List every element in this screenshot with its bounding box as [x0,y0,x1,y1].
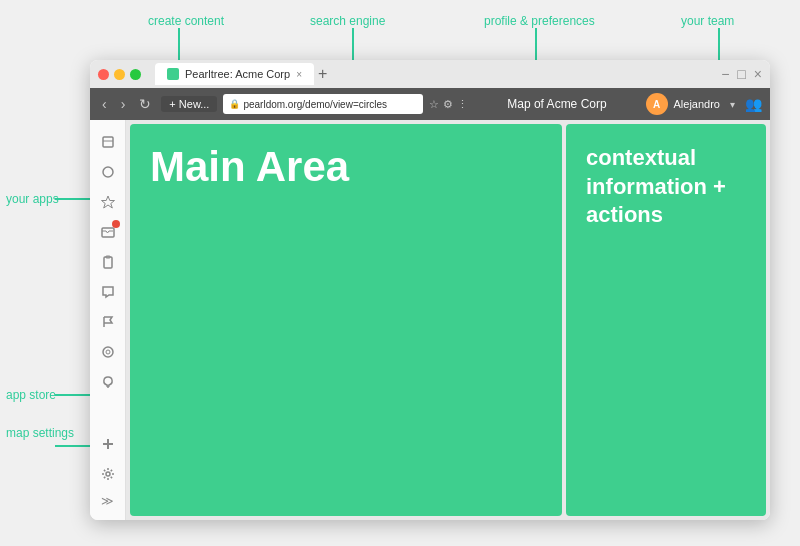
create-content-label: create content [148,14,224,28]
sidebar-collapse-icon[interactable]: ≫ [97,490,118,512]
team-icon[interactable]: 👥 [745,96,762,112]
content-area: Main Area contextual information + actio… [126,120,770,520]
map-settings-arrow-line [55,445,95,447]
sidebar-flag-icon[interactable] [94,308,122,336]
sidebar-chat-icon[interactable] [94,278,122,306]
your-apps-arrow-line [55,198,95,200]
svg-point-12 [106,472,110,476]
new-tab-button[interactable]: + [314,65,331,83]
new-content-button[interactable]: + New... [161,96,217,112]
refresh-button[interactable]: ↻ [135,94,155,114]
close-button[interactable] [98,69,109,80]
browser-tab[interactable]: Pearltree: Acme Corp × [155,63,314,85]
browser-window: Pearltree: Acme Corp × + − □ × ‹ › ↻ + N… [90,60,770,520]
sidebar-target-icon[interactable] [94,338,122,366]
sidebar-inbox-icon[interactable] [94,218,122,246]
main-content: ≫ Main Area contextual information + act… [90,120,770,520]
sidebar: ≫ [90,120,126,520]
page-title: Map of Acme Corp [474,97,639,111]
sidebar-add-icon[interactable] [94,430,122,458]
sidebar-bulb-icon[interactable] [94,368,122,396]
map-settings-label: map settings [6,426,74,440]
tab-close-icon[interactable]: × [296,69,302,80]
profile-preferences-label: profile & preferences [484,14,595,28]
dropdown-arrow-icon[interactable]: ▾ [726,97,739,112]
search-engine-label: search engine [310,14,385,28]
lock-icon: 🔒 [229,99,240,109]
app-store-label: app store [6,388,56,402]
menu-icon[interactable]: ⋮ [457,98,468,111]
sidebar-settings-icon[interactable] [94,460,122,488]
main-panel: Main Area [130,124,562,516]
sidebar-circles-icon[interactable] [94,158,122,186]
forward-button[interactable]: › [117,94,130,114]
back-button[interactable]: ‹ [98,94,111,114]
window-minimize-icon[interactable]: − [721,66,729,82]
sidebar-home-icon[interactable] [94,128,122,156]
svg-point-2 [103,167,113,177]
tab-bar: Pearltree: Acme Corp × + [155,63,715,85]
notification-badge [112,220,120,228]
your-team-label: your team [681,14,734,28]
your-apps-label: your apps [6,192,59,206]
nav-tools: ☆ ⚙ ⋮ [429,98,468,111]
sidebar-star-icon[interactable] [94,188,122,216]
svg-marker-3 [101,196,114,208]
bookmark-icon[interactable]: ☆ [429,98,439,111]
tab-favicon [167,68,179,80]
user-name[interactable]: Alejandro [674,98,720,110]
side-panel-text: contextual information + actions [586,144,746,230]
nav-bar: ‹ › ↻ + New... 🔒 pearldom.org/demo/view=… [90,88,770,120]
sidebar-clipboard-icon[interactable] [94,248,122,276]
maximize-button[interactable] [130,69,141,80]
title-bar: Pearltree: Acme Corp × + − □ × [90,60,770,88]
window-close-icon[interactable]: × [754,66,762,82]
svg-point-7 [103,347,113,357]
app-store-arrow-line [55,394,95,396]
avatar: A [646,93,668,115]
address-text: pearldom.org/demo/view=circles [243,99,387,110]
minimize-button[interactable] [114,69,125,80]
window-controls: − □ × [721,66,762,82]
address-bar[interactable]: 🔒 pearldom.org/demo/view=circles [223,94,423,114]
tab-label: Pearltree: Acme Corp [185,68,290,80]
svg-rect-0 [103,137,113,147]
extensions-icon[interactable]: ⚙ [443,98,453,111]
user-area: A Alejandro ▾ 👥 [646,93,762,115]
traffic-lights [98,69,141,80]
side-panel: contextual information + actions [566,124,766,516]
window-restore-icon[interactable]: □ [737,66,745,82]
main-area-title: Main Area [150,144,349,190]
svg-point-8 [106,350,110,354]
svg-rect-5 [104,257,112,268]
sidebar-bottom: ≫ [94,430,122,512]
